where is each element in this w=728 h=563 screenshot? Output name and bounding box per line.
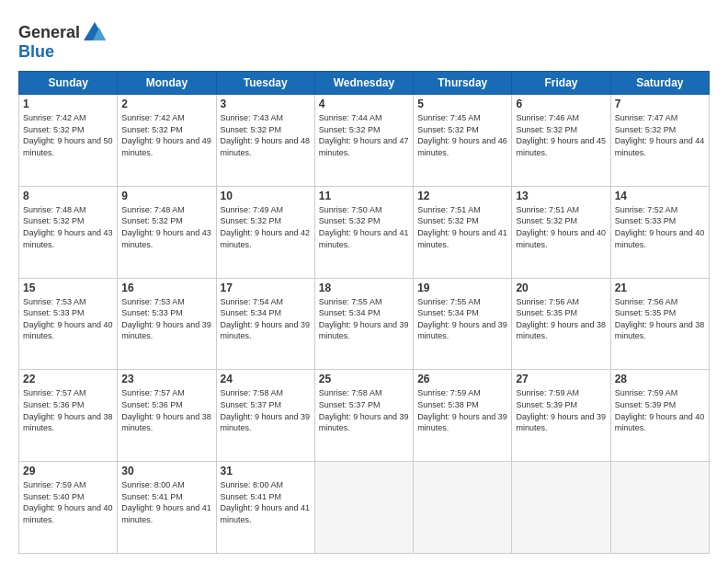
col-header-tuesday: Tuesday [216, 72, 314, 95]
calendar-cell: 2Sunrise: 7:42 AMSunset: 5:32 PMDaylight… [118, 95, 216, 187]
calendar-cell: 30Sunrise: 8:00 AMSunset: 5:41 PMDayligh… [118, 462, 216, 554]
calendar-week-1: 8Sunrise: 7:48 AMSunset: 5:32 PMDaylight… [19, 186, 710, 278]
cell-info: Sunrise: 7:59 AMSunset: 5:38 PMDaylight:… [417, 387, 507, 433]
calendar-cell: 12Sunrise: 7:51 AMSunset: 5:32 PMDayligh… [414, 186, 512, 278]
day-number: 3 [221, 98, 311, 110]
calendar-cell: 7Sunrise: 7:47 AMSunset: 5:32 PMDaylight… [610, 95, 709, 187]
col-header-wednesday: Wednesday [314, 72, 413, 95]
calendar-cell [414, 462, 512, 554]
calendar-cell: 29Sunrise: 7:59 AMSunset: 5:40 PMDayligh… [19, 462, 118, 554]
day-number: 13 [516, 190, 606, 202]
logo-icon [82, 20, 108, 46]
calendar-cell: 1Sunrise: 7:42 AMSunset: 5:32 PMDaylight… [19, 95, 118, 187]
calendar-cell: 21Sunrise: 7:56 AMSunset: 5:35 PMDayligh… [610, 278, 709, 370]
day-number: 31 [221, 465, 311, 477]
cell-info: Sunrise: 7:59 AMSunset: 5:39 PMDaylight:… [516, 387, 606, 433]
cell-info: Sunrise: 7:53 AMSunset: 5:33 PMDaylight:… [121, 296, 211, 342]
cell-info: Sunrise: 8:00 AMSunset: 5:41 PMDaylight:… [121, 479, 211, 525]
calendar-cell: 14Sunrise: 7:52 AMSunset: 5:33 PMDayligh… [610, 186, 709, 278]
col-header-friday: Friday [512, 72, 610, 95]
calendar-cell: 16Sunrise: 7:53 AMSunset: 5:33 PMDayligh… [118, 278, 216, 370]
day-number: 20 [516, 282, 606, 294]
cell-info: Sunrise: 7:59 AMSunset: 5:40 PMDaylight:… [23, 479, 113, 525]
day-number: 29 [23, 465, 113, 477]
calendar-cell [610, 462, 709, 554]
calendar-cell: 26Sunrise: 7:59 AMSunset: 5:38 PMDayligh… [414, 370, 512, 462]
col-header-saturday: Saturday [610, 72, 709, 95]
calendar-week-4: 29Sunrise: 7:59 AMSunset: 5:40 PMDayligh… [19, 462, 710, 554]
logo: General Blue [18, 20, 108, 62]
cell-info: Sunrise: 7:47 AMSunset: 5:32 PMDaylight:… [615, 112, 705, 158]
day-number: 8 [23, 190, 113, 202]
day-number: 23 [121, 373, 211, 385]
day-number: 15 [23, 282, 113, 294]
calendar-cell: 18Sunrise: 7:55 AMSunset: 5:34 PMDayligh… [314, 278, 413, 370]
cell-info: Sunrise: 7:55 AMSunset: 5:34 PMDaylight:… [319, 296, 409, 342]
calendar-week-0: 1Sunrise: 7:42 AMSunset: 5:32 PMDaylight… [19, 95, 710, 187]
cell-info: Sunrise: 7:50 AMSunset: 5:32 PMDaylight:… [319, 204, 409, 250]
col-header-sunday: Sunday [19, 72, 118, 95]
cell-info: Sunrise: 7:48 AMSunset: 5:32 PMDaylight:… [23, 204, 113, 250]
calendar-cell: 19Sunrise: 7:55 AMSunset: 5:34 PMDayligh… [414, 278, 512, 370]
cell-info: Sunrise: 7:56 AMSunset: 5:35 PMDaylight:… [615, 296, 705, 342]
calendar-cell: 15Sunrise: 7:53 AMSunset: 5:33 PMDayligh… [19, 278, 118, 370]
cell-info: Sunrise: 7:45 AMSunset: 5:32 PMDaylight:… [417, 112, 507, 158]
calendar-cell [512, 462, 610, 554]
day-number: 6 [516, 98, 606, 110]
cell-info: Sunrise: 7:42 AMSunset: 5:32 PMDaylight:… [121, 112, 211, 158]
calendar-cell: 28Sunrise: 7:59 AMSunset: 5:39 PMDayligh… [610, 370, 709, 462]
col-header-monday: Monday [118, 72, 216, 95]
cell-info: Sunrise: 7:43 AMSunset: 5:32 PMDaylight:… [221, 112, 311, 158]
cell-info: Sunrise: 7:49 AMSunset: 5:32 PMDaylight:… [221, 204, 311, 250]
cell-info: Sunrise: 8:00 AMSunset: 5:41 PMDaylight:… [221, 479, 311, 525]
calendar-cell: 8Sunrise: 7:48 AMSunset: 5:32 PMDaylight… [19, 186, 118, 278]
day-number: 5 [417, 98, 507, 110]
day-number: 14 [615, 190, 705, 202]
day-number: 26 [417, 373, 507, 385]
day-number: 4 [319, 98, 409, 110]
day-number: 7 [615, 98, 705, 110]
calendar-cell: 22Sunrise: 7:57 AMSunset: 5:36 PMDayligh… [19, 370, 118, 462]
cell-info: Sunrise: 7:51 AMSunset: 5:32 PMDaylight:… [417, 204, 507, 250]
calendar-cell: 23Sunrise: 7:57 AMSunset: 5:36 PMDayligh… [118, 370, 216, 462]
logo-general: General [18, 24, 80, 42]
calendar-cell: 11Sunrise: 7:50 AMSunset: 5:32 PMDayligh… [314, 186, 413, 278]
day-number: 2 [121, 98, 211, 110]
day-number: 1 [23, 98, 113, 110]
calendar-table: SundayMondayTuesdayWednesdayThursdayFrid… [18, 71, 710, 554]
calendar-cell: 10Sunrise: 7:49 AMSunset: 5:32 PMDayligh… [216, 186, 314, 278]
day-number: 25 [319, 373, 409, 385]
cell-info: Sunrise: 7:54 AMSunset: 5:34 PMDaylight:… [221, 296, 311, 342]
calendar-cell: 24Sunrise: 7:58 AMSunset: 5:37 PMDayligh… [216, 370, 314, 462]
day-number: 30 [121, 465, 211, 477]
calendar-week-2: 15Sunrise: 7:53 AMSunset: 5:33 PMDayligh… [19, 278, 710, 370]
cell-info: Sunrise: 7:46 AMSunset: 5:32 PMDaylight:… [516, 112, 606, 158]
calendar-cell [314, 462, 413, 554]
calendar-cell: 25Sunrise: 7:58 AMSunset: 5:37 PMDayligh… [314, 370, 413, 462]
calendar-cell: 3Sunrise: 7:43 AMSunset: 5:32 PMDaylight… [216, 95, 314, 187]
page: General Blue SundayMondayTuesdayWednesda… [0, 0, 728, 563]
col-header-thursday: Thursday [414, 72, 512, 95]
cell-info: Sunrise: 7:48 AMSunset: 5:32 PMDaylight:… [121, 204, 211, 250]
calendar-cell: 17Sunrise: 7:54 AMSunset: 5:34 PMDayligh… [216, 278, 314, 370]
calendar-cell: 6Sunrise: 7:46 AMSunset: 5:32 PMDaylight… [512, 95, 610, 187]
day-number: 21 [615, 282, 705, 294]
day-number: 18 [319, 282, 409, 294]
day-number: 24 [221, 373, 311, 385]
day-number: 19 [417, 282, 507, 294]
cell-info: Sunrise: 7:58 AMSunset: 5:37 PMDaylight:… [319, 387, 409, 433]
calendar-cell: 5Sunrise: 7:45 AMSunset: 5:32 PMDaylight… [414, 95, 512, 187]
calendar-cell: 13Sunrise: 7:51 AMSunset: 5:32 PMDayligh… [512, 186, 610, 278]
cell-info: Sunrise: 7:42 AMSunset: 5:32 PMDaylight:… [23, 112, 113, 158]
cell-info: Sunrise: 7:57 AMSunset: 5:36 PMDaylight:… [23, 387, 113, 433]
day-number: 10 [221, 190, 311, 202]
cell-info: Sunrise: 7:44 AMSunset: 5:32 PMDaylight:… [319, 112, 409, 158]
cell-info: Sunrise: 7:53 AMSunset: 5:33 PMDaylight:… [23, 296, 113, 342]
cell-info: Sunrise: 7:57 AMSunset: 5:36 PMDaylight:… [121, 387, 211, 433]
calendar-cell: 4Sunrise: 7:44 AMSunset: 5:32 PMDaylight… [314, 95, 413, 187]
cell-info: Sunrise: 7:55 AMSunset: 5:34 PMDaylight:… [417, 296, 507, 342]
calendar-cell: 31Sunrise: 8:00 AMSunset: 5:41 PMDayligh… [216, 462, 314, 554]
day-number: 22 [23, 373, 113, 385]
cell-info: Sunrise: 7:59 AMSunset: 5:39 PMDaylight:… [615, 387, 705, 433]
calendar-cell: 27Sunrise: 7:59 AMSunset: 5:39 PMDayligh… [512, 370, 610, 462]
